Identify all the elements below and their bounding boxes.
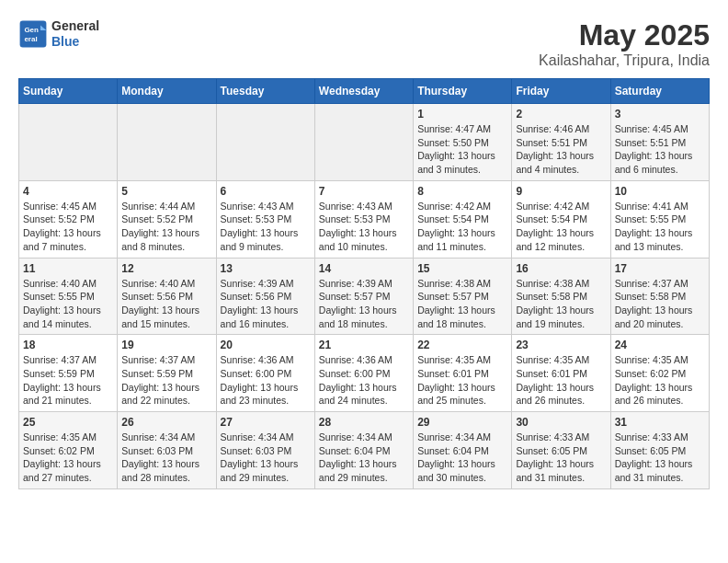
day-number: 5 <box>121 185 211 198</box>
page-title: May 2025 <box>539 18 710 52</box>
day-detail: Sunrise: 4:36 AM Sunset: 6:00 PM Dayligh… <box>221 353 311 408</box>
day-detail: Sunrise: 4:34 AM Sunset: 6:03 PM Dayligh… <box>121 431 211 485</box>
header-day-thursday: Thursday <box>414 79 512 104</box>
calendar-cell: 14Sunrise: 4:39 AM Sunset: 5:57 PM Dayli… <box>314 258 413 335</box>
day-detail: Sunrise: 4:34 AM Sunset: 6:04 PM Dayligh… <box>417 431 507 485</box>
day-detail: Sunrise: 4:43 AM Sunset: 5:53 PM Dayligh… <box>319 200 409 254</box>
logo-text: General Blue <box>51 18 99 50</box>
header-day-monday: Monday <box>118 79 216 104</box>
day-number: 31 <box>615 416 705 429</box>
day-number: 21 <box>319 339 409 351</box>
calendar-cell: 29Sunrise: 4:34 AM Sunset: 6:04 PM Dayli… <box>414 412 512 489</box>
calendar-cell: 22Sunrise: 4:35 AM Sunset: 6:01 PM Dayli… <box>414 335 512 412</box>
calendar-cell: 1Sunrise: 4:47 AM Sunset: 5:50 PM Daylig… <box>414 104 512 181</box>
page-header: Gen eral General Blue May 2025 Kailashah… <box>18 18 710 69</box>
calendar-cell: 19Sunrise: 4:37 AM Sunset: 5:59 PM Dayli… <box>118 335 216 412</box>
calendar-cell <box>19 104 118 181</box>
calendar-cell: 15Sunrise: 4:38 AM Sunset: 5:57 PM Dayli… <box>414 258 512 335</box>
day-number: 22 <box>417 339 507 351</box>
day-number: 24 <box>615 339 705 351</box>
day-detail: Sunrise: 4:47 AM Sunset: 5:50 PM Dayligh… <box>417 122 507 177</box>
day-detail: Sunrise: 4:44 AM Sunset: 5:52 PM Dayligh… <box>121 200 211 254</box>
header-day-tuesday: Tuesday <box>216 79 314 104</box>
calendar-cell <box>118 104 216 181</box>
logo-icon: Gen eral <box>18 19 48 49</box>
day-detail: Sunrise: 4:42 AM Sunset: 5:54 PM Dayligh… <box>516 200 606 254</box>
day-detail: Sunrise: 4:40 AM Sunset: 5:56 PM Dayligh… <box>121 277 211 331</box>
day-detail: Sunrise: 4:45 AM Sunset: 5:51 PM Dayligh… <box>615 122 705 177</box>
day-detail: Sunrise: 4:33 AM Sunset: 6:05 PM Dayligh… <box>615 431 705 485</box>
day-number: 23 <box>516 339 606 351</box>
logo-general: General <box>51 18 99 34</box>
calendar-cell: 17Sunrise: 4:37 AM Sunset: 5:58 PM Dayli… <box>610 258 709 335</box>
day-number: 9 <box>516 185 606 198</box>
header-day-wednesday: Wednesday <box>314 79 413 104</box>
calendar-cell: 9Sunrise: 4:42 AM Sunset: 5:54 PM Daylig… <box>512 180 610 258</box>
calendar-header: SundayMondayTuesdayWednesdayThursdayFrid… <box>19 79 710 104</box>
calendar-body: 1Sunrise: 4:47 AM Sunset: 5:50 PM Daylig… <box>19 104 710 489</box>
day-detail: Sunrise: 4:37 AM Sunset: 5:58 PM Dayligh… <box>615 277 705 331</box>
day-number: 20 <box>221 339 311 351</box>
svg-text:eral: eral <box>24 35 37 43</box>
header-day-friday: Friday <box>512 79 610 104</box>
day-detail: Sunrise: 4:33 AM Sunset: 6:05 PM Dayligh… <box>516 431 606 485</box>
day-number: 11 <box>23 262 113 275</box>
calendar-cell: 26Sunrise: 4:34 AM Sunset: 6:03 PM Dayli… <box>118 412 216 489</box>
day-number: 18 <box>23 339 113 351</box>
calendar-cell: 3Sunrise: 4:45 AM Sunset: 5:51 PM Daylig… <box>610 104 709 181</box>
day-number: 1 <box>417 108 507 121</box>
calendar-cell: 12Sunrise: 4:40 AM Sunset: 5:56 PM Dayli… <box>118 258 216 335</box>
day-number: 25 <box>23 416 113 429</box>
day-detail: Sunrise: 4:45 AM Sunset: 5:52 PM Dayligh… <box>23 200 113 254</box>
svg-text:Gen: Gen <box>24 26 39 34</box>
day-number: 3 <box>615 108 705 121</box>
day-detail: Sunrise: 4:35 AM Sunset: 6:02 PM Dayligh… <box>23 431 113 485</box>
header-day-sunday: Sunday <box>19 79 118 104</box>
day-number: 27 <box>221 416 311 429</box>
day-number: 29 <box>417 416 507 429</box>
calendar-cell: 7Sunrise: 4:43 AM Sunset: 5:53 PM Daylig… <box>314 180 413 258</box>
page-subtitle: Kailashahar, Tripura, India <box>539 52 710 69</box>
day-number: 26 <box>121 416 211 429</box>
day-detail: Sunrise: 4:37 AM Sunset: 5:59 PM Dayligh… <box>23 353 113 408</box>
calendar-cell: 8Sunrise: 4:42 AM Sunset: 5:54 PM Daylig… <box>414 180 512 258</box>
day-detail: Sunrise: 4:36 AM Sunset: 6:00 PM Dayligh… <box>319 353 409 408</box>
logo-blue: Blue <box>51 34 99 50</box>
calendar-cell: 30Sunrise: 4:33 AM Sunset: 6:05 PM Dayli… <box>512 412 610 489</box>
day-detail: Sunrise: 4:34 AM Sunset: 6:03 PM Dayligh… <box>221 431 311 485</box>
day-number: 6 <box>221 185 311 198</box>
week-row-1: 1Sunrise: 4:47 AM Sunset: 5:50 PM Daylig… <box>19 104 710 181</box>
day-detail: Sunrise: 4:46 AM Sunset: 5:51 PM Dayligh… <box>516 122 606 177</box>
day-number: 10 <box>615 185 705 198</box>
calendar-cell: 24Sunrise: 4:35 AM Sunset: 6:02 PM Dayli… <box>610 335 709 412</box>
day-number: 14 <box>319 262 409 275</box>
day-detail: Sunrise: 4:38 AM Sunset: 5:57 PM Dayligh… <box>417 277 507 331</box>
calendar-cell: 31Sunrise: 4:33 AM Sunset: 6:05 PM Dayli… <box>610 412 709 489</box>
day-detail: Sunrise: 4:42 AM Sunset: 5:54 PM Dayligh… <box>417 200 507 254</box>
day-number: 17 <box>615 262 705 275</box>
title-block: May 2025 Kailashahar, Tripura, India <box>539 18 710 69</box>
day-number: 28 <box>319 416 409 429</box>
day-number: 8 <box>417 185 507 198</box>
calendar-cell: 6Sunrise: 4:43 AM Sunset: 5:53 PM Daylig… <box>216 180 314 258</box>
calendar-cell <box>216 104 314 181</box>
calendar-cell: 27Sunrise: 4:34 AM Sunset: 6:03 PM Dayli… <box>216 412 314 489</box>
day-number: 4 <box>23 185 113 198</box>
calendar-cell: 21Sunrise: 4:36 AM Sunset: 6:00 PM Dayli… <box>314 335 413 412</box>
calendar-cell: 16Sunrise: 4:38 AM Sunset: 5:58 PM Dayli… <box>512 258 610 335</box>
day-number: 15 <box>417 262 507 275</box>
week-row-3: 11Sunrise: 4:40 AM Sunset: 5:55 PM Dayli… <box>19 258 710 335</box>
calendar-cell: 25Sunrise: 4:35 AM Sunset: 6:02 PM Dayli… <box>19 412 118 489</box>
header-day-saturday: Saturday <box>610 79 709 104</box>
calendar-cell: 5Sunrise: 4:44 AM Sunset: 5:52 PM Daylig… <box>118 180 216 258</box>
calendar-table: SundayMondayTuesdayWednesdayThursdayFrid… <box>18 78 710 489</box>
calendar-cell: 10Sunrise: 4:41 AM Sunset: 5:55 PM Dayli… <box>610 180 709 258</box>
header-row: SundayMondayTuesdayWednesdayThursdayFrid… <box>19 79 710 104</box>
day-number: 30 <box>516 416 606 429</box>
day-detail: Sunrise: 4:35 AM Sunset: 6:01 PM Dayligh… <box>417 353 507 408</box>
calendar-cell: 20Sunrise: 4:36 AM Sunset: 6:00 PM Dayli… <box>216 335 314 412</box>
calendar-cell: 13Sunrise: 4:39 AM Sunset: 5:56 PM Dayli… <box>216 258 314 335</box>
calendar-cell: 28Sunrise: 4:34 AM Sunset: 6:04 PM Dayli… <box>314 412 413 489</box>
week-row-5: 25Sunrise: 4:35 AM Sunset: 6:02 PM Dayli… <box>19 412 710 489</box>
logo: Gen eral General Blue <box>18 18 99 50</box>
